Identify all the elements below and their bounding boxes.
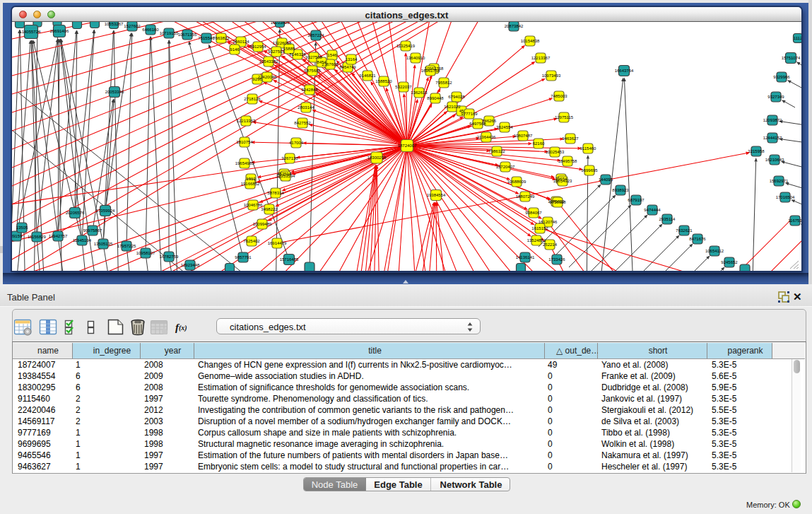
svg-text:9084067: 9084067 <box>525 211 542 215</box>
svg-text:9699695: 9699695 <box>581 168 598 173</box>
svg-text:15751074: 15751074 <box>782 56 801 60</box>
svg-text:1733426: 1733426 <box>548 257 565 262</box>
svg-text:16033809: 16033809 <box>271 22 290 25</box>
svg-text:19166852: 19166852 <box>241 182 260 186</box>
svg-text:7663822: 7663822 <box>213 36 230 40</box>
svg-text:10807487: 10807487 <box>514 134 533 138</box>
svg-text:1362615: 1362615 <box>411 90 428 95</box>
svg-text:12093872: 12093872 <box>763 118 782 122</box>
svg-text:10025453: 10025453 <box>546 150 565 154</box>
svg-text:18495758: 18495758 <box>558 159 577 163</box>
svg-text:21364436: 21364436 <box>477 135 496 139</box>
svg-text:18300295: 18300295 <box>367 156 387 160</box>
svg-text:9660124: 9660124 <box>233 40 249 44</box>
svg-text:12353594: 12353594 <box>276 174 295 178</box>
svg-text:6497568: 6497568 <box>469 122 486 126</box>
svg-text:(x): (x) <box>179 324 187 332</box>
svg-text:5878314: 5878314 <box>267 191 284 195</box>
svg-text:12444157: 12444157 <box>763 136 782 140</box>
svg-text:10099489: 10099489 <box>253 222 272 226</box>
svg-text:16643764: 16643764 <box>615 69 634 73</box>
svg-text:9146: 9146 <box>230 47 240 52</box>
svg-text:10046786: 10046786 <box>244 203 263 207</box>
svg-text:1546: 1546 <box>327 53 337 57</box>
svg-text:12213367: 12213367 <box>531 56 551 60</box>
svg-text:16120746: 16120746 <box>539 220 558 224</box>
svg-text:13505: 13505 <box>16 226 28 230</box>
svg-text:19654923: 19654923 <box>553 179 572 183</box>
svg-text:11156829: 11156829 <box>28 235 46 239</box>
svg-text:2935114: 2935114 <box>659 217 676 221</box>
svg-text:2718126: 2718126 <box>244 97 261 101</box>
svg-text:19384554: 19384554 <box>427 193 446 197</box>
svg-text:10654112: 10654112 <box>705 249 724 253</box>
svg-text:8990448: 8990448 <box>427 96 444 100</box>
svg-text:18807249: 18807249 <box>516 194 535 199</box>
svg-text:7625402: 7625402 <box>243 239 260 243</box>
svg-text:5875685: 5875685 <box>304 69 321 73</box>
svg-text:7986322: 7986322 <box>488 149 505 153</box>
svg-text:11945194: 11945194 <box>73 238 92 243</box>
svg-text:1588520: 1588520 <box>375 79 392 83</box>
svg-text:13164: 13164 <box>346 57 358 62</box>
svg-text:17016504: 17016504 <box>776 195 795 199</box>
svg-text:14055724: 14055724 <box>22 30 41 34</box>
svg-text:8427552: 8427552 <box>294 121 311 125</box>
svg-text:9463627: 9463627 <box>562 136 579 141</box>
svg-text:1112: 1112 <box>794 36 801 40</box>
svg-text:12975115: 12975115 <box>555 115 574 119</box>
svg-text:144095: 144095 <box>599 177 613 182</box>
svg-text:2803144: 2803144 <box>298 105 314 110</box>
svg-text:16782759: 16782759 <box>160 255 179 259</box>
svg-text:9115460: 9115460 <box>580 146 597 151</box>
svg-text:39159: 39159 <box>12 234 23 238</box>
svg-text:11325419: 11325419 <box>396 44 416 48</box>
svg-text:17957225: 17957225 <box>117 244 136 248</box>
svg-text:10553267: 10553267 <box>105 22 124 26</box>
svg-text:10973493: 10973493 <box>542 74 561 78</box>
svg-text:7485003: 7485003 <box>551 94 567 98</box>
svg-text:8146328: 8146328 <box>289 52 306 57</box>
svg-text:9242848: 9242848 <box>301 88 318 92</box>
svg-text:99975867: 99975867 <box>83 228 102 233</box>
svg-text:3624554: 3624554 <box>496 125 513 129</box>
svg-text:8938923: 8938923 <box>612 188 629 192</box>
svg-text:9327349: 9327349 <box>767 95 784 99</box>
svg-text:9296: 9296 <box>252 77 262 81</box>
svg-text:10958107: 10958107 <box>136 251 155 255</box>
svg-text:18724007: 18724007 <box>398 144 417 148</box>
svg-text:15720407: 15720407 <box>496 165 515 169</box>
svg-text:8471676: 8471676 <box>689 237 706 241</box>
svg-text:9245652: 9245652 <box>721 260 738 264</box>
svg-text:20691406: 20691406 <box>50 29 69 33</box>
svg-text:116753: 116753 <box>788 218 801 223</box>
svg-text:17359924: 17359924 <box>96 209 115 213</box>
svg-text:16210643: 16210643 <box>765 158 784 162</box>
svg-text:15716485: 15716485 <box>280 257 299 262</box>
svg-text:10719155: 10719155 <box>160 31 179 35</box>
svg-text:7632621: 7632621 <box>676 228 693 233</box>
svg-text:6879197: 6879197 <box>628 198 645 202</box>
svg-text:10688609: 10688609 <box>507 180 526 184</box>
svg-text:1913: 1913 <box>246 177 256 181</box>
svg-text:9777169: 9777169 <box>461 112 478 116</box>
svg-text:20053346: 20053346 <box>105 90 124 94</box>
svg-text:3498222: 3498222 <box>261 207 278 211</box>
svg-text:9756928: 9756928 <box>549 200 566 204</box>
svg-text:9474444: 9474444 <box>644 208 661 212</box>
svg-text:9857791: 9857791 <box>235 255 252 259</box>
svg-text:15885: 15885 <box>283 47 295 51</box>
svg-text:19654985: 19654985 <box>235 161 254 165</box>
svg-text:62160: 62160 <box>533 141 545 146</box>
svg-text:5322037: 5322037 <box>395 85 412 89</box>
svg-text:3267130: 3267130 <box>281 156 298 160</box>
svg-text:9146821: 9146821 <box>359 74 376 78</box>
svg-text:13226058: 13226058 <box>273 41 292 45</box>
svg-text:10154838: 10154838 <box>521 39 540 43</box>
svg-text:12942757: 12942757 <box>49 234 68 238</box>
svg-text:9329966: 9329966 <box>773 75 790 79</box>
svg-text:20206576: 20206576 <box>66 211 85 215</box>
svg-text:3857224: 3857224 <box>307 33 324 37</box>
svg-text:1810754: 1810754 <box>236 140 253 144</box>
svg-text:7955812: 7955812 <box>435 81 452 85</box>
